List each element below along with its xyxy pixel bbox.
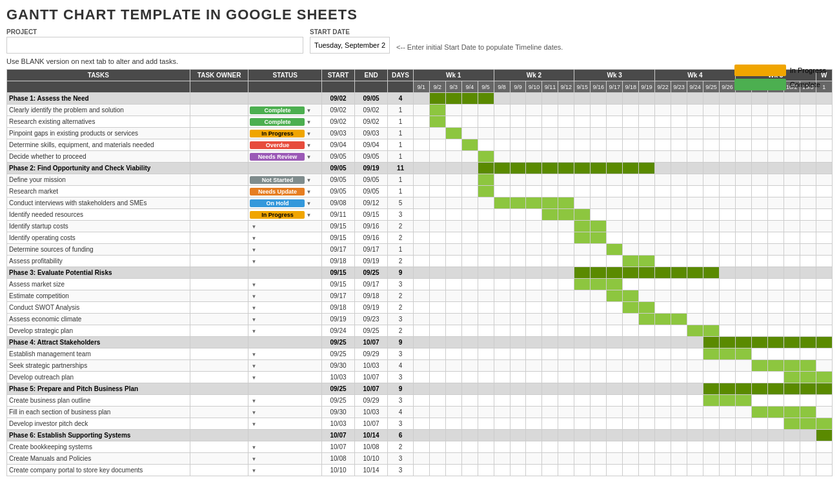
status-cell[interactable]: ▼ (248, 279, 321, 290)
status-dropdown-arrow[interactable]: ▼ (306, 189, 311, 195)
status-cell[interactable]: Complete▼ (248, 116, 321, 128)
gantt-day-cell (542, 418, 558, 430)
gantt-day-cell (494, 441, 510, 453)
status-cell[interactable]: Not Started▼ (248, 174, 321, 186)
gantt-day-cell (783, 383, 800, 395)
status-dropdown-arrow[interactable]: ▼ (251, 375, 256, 381)
status-cell[interactable]: ▼ (248, 256, 321, 267)
gantt-day-cell (800, 279, 816, 290)
status-cell[interactable]: ▼ (248, 314, 321, 325)
status-cell[interactable]: On Hold▼ (248, 197, 321, 209)
gantt-day-cell (526, 372, 542, 383)
status-dropdown-arrow[interactable]: ▼ (306, 177, 311, 183)
status-dropdown-arrow[interactable]: ▼ (251, 247, 256, 253)
gantt-day-cell (526, 256, 542, 267)
status-dropdown-arrow[interactable]: ▼ (306, 154, 311, 160)
gantt-day-cell (461, 221, 478, 232)
day-9-24: 9/24 (687, 81, 703, 93)
status-cell[interactable]: In Progress▼ (248, 209, 321, 221)
status-cell[interactable]: ▼ (248, 441, 321, 453)
status-cell[interactable]: ▼ (248, 465, 321, 476)
gantt-day-cell (429, 244, 445, 256)
gantt-day-cell (751, 151, 767, 163)
gantt-day-cell (687, 267, 703, 279)
gantt-day-cell (429, 407, 445, 418)
status-cell[interactable]: ▼ (248, 372, 321, 383)
gantt-day-cell (800, 407, 816, 418)
phase-row: Phase 1: Assess the Need09/0209/054 (7, 93, 833, 105)
status-cell[interactable]: ▼ (248, 325, 321, 337)
status-cell[interactable] (248, 430, 321, 441)
status-dropdown-arrow[interactable]: ▼ (251, 328, 256, 334)
status-dropdown-arrow[interactable]: ▼ (251, 468, 256, 474)
gantt-day-cell (623, 337, 639, 348)
status-cell[interactable]: ▼ (248, 232, 321, 244)
status-cell[interactable]: ▼ (248, 221, 321, 232)
status-dropdown-arrow[interactable]: ▼ (251, 317, 256, 323)
gantt-day-cell (816, 151, 832, 163)
day-9-9: 9/9 (510, 81, 526, 93)
status-cell[interactable] (248, 383, 321, 395)
status-cell[interactable]: Needs Review▼ (248, 151, 321, 163)
gantt-day-cell (478, 93, 494, 105)
owner-cell (190, 325, 248, 337)
status-dropdown-arrow[interactable]: ▼ (251, 410, 256, 416)
status-cell[interactable]: ▼ (248, 290, 321, 302)
status-cell[interactable]: ▼ (248, 302, 321, 314)
status-dropdown-arrow[interactable]: ▼ (251, 236, 256, 241)
status-cell[interactable]: Needs Update▼ (248, 186, 321, 197)
gantt-day-cell (639, 383, 655, 395)
start-date-value[interactable]: Tuesday, September 2 (310, 37, 390, 54)
gantt-day-cell (510, 221, 526, 232)
gantt-day-cell (478, 151, 494, 163)
status-cell[interactable] (248, 337, 321, 348)
status-cell[interactable] (248, 93, 321, 105)
status-dropdown-arrow[interactable]: ▼ (251, 456, 256, 462)
status-badge: Overdue (250, 141, 305, 149)
gantt-day-cell (800, 360, 816, 372)
status-dropdown-arrow[interactable]: ▼ (251, 421, 256, 427)
status-dropdown-arrow[interactable]: ▼ (251, 363, 256, 369)
status-cell[interactable] (248, 163, 321, 174)
gantt-day-cell (639, 163, 655, 174)
status-cell[interactable] (248, 267, 321, 279)
status-dropdown-arrow[interactable]: ▼ (306, 131, 311, 137)
status-dropdown-arrow[interactable]: ▼ (251, 224, 256, 230)
days-cell: 11 (388, 163, 414, 174)
gantt-day-cell (574, 128, 591, 139)
status-dropdown-arrow[interactable]: ▼ (306, 119, 311, 125)
status-dropdown-arrow[interactable]: ▼ (251, 294, 256, 299)
status-cell[interactable]: ▼ (248, 395, 321, 407)
status-dropdown-arrow[interactable]: ▼ (251, 282, 256, 288)
status-dropdown-arrow[interactable]: ▼ (251, 398, 256, 404)
end-cell: 09/29 (355, 348, 388, 360)
status-cell[interactable]: ▼ (248, 348, 321, 360)
status-cell[interactable]: ▼ (248, 453, 321, 465)
status-dropdown-arrow[interactable]: ▼ (251, 305, 256, 311)
status-dropdown-arrow[interactable]: ▼ (306, 143, 311, 148)
status-dropdown-arrow[interactable]: ▼ (251, 259, 256, 265)
gantt-day-cell (783, 244, 800, 256)
page-container: In Progress Complete GANTT CHART TEMPLAT… (0, 0, 839, 483)
status-dropdown-arrow[interactable]: ▼ (251, 352, 256, 358)
status-cell[interactable]: Overdue▼ (248, 139, 321, 151)
status-cell[interactable]: In Progress▼ (248, 128, 321, 139)
project-input[interactable] (6, 37, 303, 54)
status-dropdown-arrow[interactable]: ▼ (306, 108, 311, 114)
gantt-day-cell (510, 116, 526, 128)
status-cell[interactable]: ▼ (248, 244, 321, 256)
status-cell[interactable]: ▼ (248, 407, 321, 418)
gantt-day-cell (816, 244, 832, 256)
status-dropdown-arrow[interactable]: ▼ (306, 212, 311, 218)
status-cell[interactable]: ▼ (248, 360, 321, 372)
gantt-day-cell (687, 163, 703, 174)
status-dropdown-arrow[interactable]: ▼ (251, 445, 256, 450)
status-cell[interactable]: Complete▼ (248, 105, 321, 116)
end-cell: 09/02 (355, 105, 388, 116)
status-dropdown-arrow[interactable]: ▼ (306, 201, 311, 207)
day-9-10: 9/10 (526, 81, 542, 93)
gantt-day-cell (719, 360, 735, 372)
status-cell[interactable]: ▼ (248, 418, 321, 430)
gantt-day-cell (510, 360, 526, 372)
gantt-day-cell (494, 314, 510, 325)
